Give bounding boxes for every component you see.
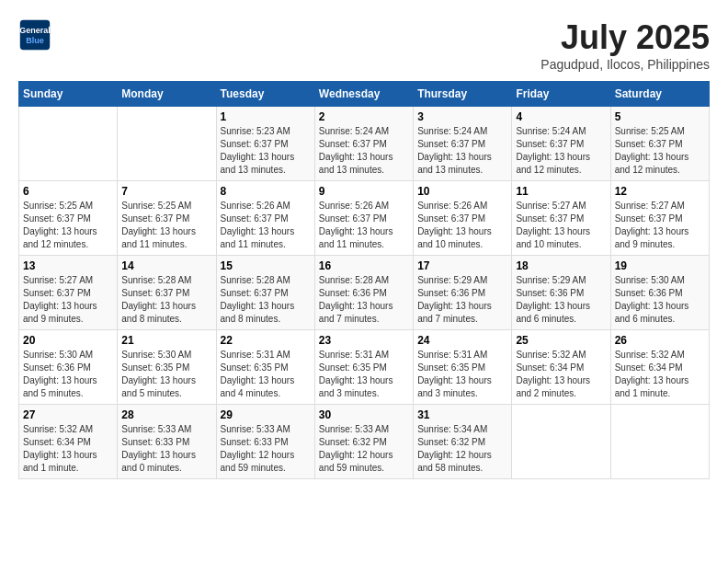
day-detail: Sunrise: 5:27 AM Sunset: 6:37 PM Dayligh… bbox=[23, 274, 113, 326]
day-detail: Sunrise: 5:27 AM Sunset: 6:37 PM Dayligh… bbox=[615, 200, 705, 251]
calendar-week-1: 1Sunrise: 5:23 AM Sunset: 6:37 PM Daylig… bbox=[19, 107, 710, 181]
day-detail: Sunrise: 5:26 AM Sunset: 6:37 PM Dayligh… bbox=[319, 200, 409, 251]
day-detail: Sunrise: 5:30 AM Sunset: 6:35 PM Dayligh… bbox=[121, 349, 211, 400]
calendar-cell: 31Sunrise: 5:34 AM Sunset: 6:32 PM Dayli… bbox=[414, 405, 512, 479]
calendar-cell: 12Sunrise: 5:27 AM Sunset: 6:37 PM Dayli… bbox=[610, 181, 709, 256]
day-number: 13 bbox=[23, 259, 113, 272]
day-number: 5 bbox=[615, 110, 705, 123]
day-number: 7 bbox=[121, 185, 211, 198]
day-detail: Sunrise: 5:29 AM Sunset: 6:36 PM Dayligh… bbox=[417, 274, 507, 326]
day-number: 19 bbox=[615, 259, 705, 272]
day-number: 11 bbox=[516, 185, 606, 198]
day-number: 16 bbox=[319, 259, 409, 272]
day-detail: Sunrise: 5:24 AM Sunset: 6:37 PM Dayligh… bbox=[417, 125, 507, 177]
calendar-cell: 24Sunrise: 5:31 AM Sunset: 6:35 PM Dayli… bbox=[414, 330, 512, 405]
day-number: 20 bbox=[23, 334, 113, 347]
header-tuesday: Tuesday bbox=[216, 82, 314, 107]
calendar-cell bbox=[19, 107, 118, 181]
day-number: 21 bbox=[121, 334, 211, 347]
day-number: 24 bbox=[417, 334, 507, 347]
day-number: 14 bbox=[121, 259, 211, 272]
calendar-cell bbox=[512, 405, 610, 479]
day-number: 17 bbox=[417, 259, 507, 272]
day-number: 8 bbox=[221, 185, 311, 198]
calendar-cell: 18Sunrise: 5:29 AM Sunset: 6:36 PM Dayli… bbox=[512, 256, 610, 330]
day-detail: Sunrise: 5:34 AM Sunset: 6:32 PM Dayligh… bbox=[417, 423, 507, 475]
day-detail: Sunrise: 5:24 AM Sunset: 6:37 PM Dayligh… bbox=[319, 125, 409, 177]
calendar-week-3: 13Sunrise: 5:27 AM Sunset: 6:37 PM Dayli… bbox=[19, 256, 710, 330]
calendar-cell: 22Sunrise: 5:31 AM Sunset: 6:35 PM Dayli… bbox=[216, 330, 314, 405]
calendar-cell: 11Sunrise: 5:27 AM Sunset: 6:37 PM Dayli… bbox=[512, 181, 610, 256]
header-saturday: Saturday bbox=[610, 82, 709, 107]
calendar-cell: 6Sunrise: 5:25 AM Sunset: 6:37 PM Daylig… bbox=[19, 181, 118, 256]
day-detail: Sunrise: 5:33 AM Sunset: 6:33 PM Dayligh… bbox=[221, 423, 311, 475]
calendar-cell: 29Sunrise: 5:33 AM Sunset: 6:33 PM Dayli… bbox=[216, 405, 314, 479]
day-detail: Sunrise: 5:23 AM Sunset: 6:37 PM Dayligh… bbox=[221, 125, 311, 177]
calendar-cell: 30Sunrise: 5:33 AM Sunset: 6:32 PM Dayli… bbox=[314, 405, 413, 479]
header-wednesday: Wednesday bbox=[314, 82, 413, 107]
calendar-week-2: 6Sunrise: 5:25 AM Sunset: 6:37 PM Daylig… bbox=[19, 181, 710, 256]
calendar-cell bbox=[118, 107, 216, 181]
day-number: 4 bbox=[516, 110, 606, 123]
day-detail: Sunrise: 5:26 AM Sunset: 6:37 PM Dayligh… bbox=[221, 200, 311, 251]
day-detail: Sunrise: 5:28 AM Sunset: 6:36 PM Dayligh… bbox=[319, 274, 409, 326]
day-detail: Sunrise: 5:30 AM Sunset: 6:36 PM Dayligh… bbox=[615, 274, 705, 326]
header-thursday: Thursday bbox=[414, 82, 512, 107]
header-friday: Friday bbox=[512, 82, 610, 107]
page-header: General Blue July 2025 Pagudpud, Ilocos,… bbox=[18, 18, 710, 72]
day-detail: Sunrise: 5:32 AM Sunset: 6:34 PM Dayligh… bbox=[23, 423, 113, 475]
day-number: 12 bbox=[615, 185, 705, 198]
logo: General Blue bbox=[18, 18, 51, 52]
day-detail: Sunrise: 5:29 AM Sunset: 6:36 PM Dayligh… bbox=[516, 274, 606, 326]
day-number: 27 bbox=[23, 408, 113, 421]
day-detail: Sunrise: 5:31 AM Sunset: 6:35 PM Dayligh… bbox=[417, 349, 507, 400]
calendar-week-4: 20Sunrise: 5:30 AM Sunset: 6:36 PM Dayli… bbox=[19, 330, 710, 405]
calendar-table: SundayMondayTuesdayWednesdayThursdayFrid… bbox=[18, 81, 710, 479]
month-title: July 2025 bbox=[540, 18, 710, 57]
day-number: 29 bbox=[221, 408, 311, 421]
day-number: 31 bbox=[417, 408, 507, 421]
calendar-cell: 13Sunrise: 5:27 AM Sunset: 6:37 PM Dayli… bbox=[19, 256, 118, 330]
calendar-header-row: SundayMondayTuesdayWednesdayThursdayFrid… bbox=[19, 82, 710, 107]
location: Pagudpud, Ilocos, Philippines bbox=[540, 57, 710, 72]
calendar-cell: 3Sunrise: 5:24 AM Sunset: 6:37 PM Daylig… bbox=[414, 107, 512, 181]
calendar-cell: 10Sunrise: 5:26 AM Sunset: 6:37 PM Dayli… bbox=[414, 181, 512, 256]
calendar-cell: 8Sunrise: 5:26 AM Sunset: 6:37 PM Daylig… bbox=[216, 181, 314, 256]
calendar-cell: 21Sunrise: 5:30 AM Sunset: 6:35 PM Dayli… bbox=[118, 330, 216, 405]
day-number: 2 bbox=[319, 110, 409, 123]
calendar-cell: 20Sunrise: 5:30 AM Sunset: 6:36 PM Dayli… bbox=[19, 330, 118, 405]
calendar-cell: 23Sunrise: 5:31 AM Sunset: 6:35 PM Dayli… bbox=[314, 330, 413, 405]
day-detail: Sunrise: 5:25 AM Sunset: 6:37 PM Dayligh… bbox=[23, 200, 113, 251]
day-number: 15 bbox=[221, 259, 311, 272]
day-number: 6 bbox=[23, 185, 113, 198]
day-detail: Sunrise: 5:26 AM Sunset: 6:37 PM Dayligh… bbox=[417, 200, 507, 251]
calendar-cell: 19Sunrise: 5:30 AM Sunset: 6:36 PM Dayli… bbox=[610, 256, 709, 330]
day-number: 3 bbox=[417, 110, 507, 123]
svg-text:General: General bbox=[19, 26, 51, 35]
svg-text:Blue: Blue bbox=[26, 36, 44, 45]
day-detail: Sunrise: 5:32 AM Sunset: 6:34 PM Dayligh… bbox=[516, 349, 606, 400]
calendar-cell: 7Sunrise: 5:25 AM Sunset: 6:37 PM Daylig… bbox=[118, 181, 216, 256]
calendar-cell: 25Sunrise: 5:32 AM Sunset: 6:34 PM Dayli… bbox=[512, 330, 610, 405]
calendar-cell: 5Sunrise: 5:25 AM Sunset: 6:37 PM Daylig… bbox=[610, 107, 709, 181]
day-detail: Sunrise: 5:28 AM Sunset: 6:37 PM Dayligh… bbox=[121, 274, 211, 326]
day-detail: Sunrise: 5:31 AM Sunset: 6:35 PM Dayligh… bbox=[221, 349, 311, 400]
day-number: 28 bbox=[121, 408, 211, 421]
calendar-cell: 16Sunrise: 5:28 AM Sunset: 6:36 PM Dayli… bbox=[314, 256, 413, 330]
calendar-cell: 15Sunrise: 5:28 AM Sunset: 6:37 PM Dayli… bbox=[216, 256, 314, 330]
day-number: 18 bbox=[516, 259, 606, 272]
header-monday: Monday bbox=[118, 82, 216, 107]
day-detail: Sunrise: 5:27 AM Sunset: 6:37 PM Dayligh… bbox=[516, 200, 606, 251]
calendar-cell: 14Sunrise: 5:28 AM Sunset: 6:37 PM Dayli… bbox=[118, 256, 216, 330]
day-number: 23 bbox=[319, 334, 409, 347]
calendar-week-5: 27Sunrise: 5:32 AM Sunset: 6:34 PM Dayli… bbox=[19, 405, 710, 479]
day-number: 1 bbox=[221, 110, 311, 123]
day-number: 25 bbox=[516, 334, 606, 347]
day-detail: Sunrise: 5:33 AM Sunset: 6:33 PM Dayligh… bbox=[121, 423, 211, 475]
title-block: July 2025 Pagudpud, Ilocos, Philippines bbox=[540, 18, 710, 72]
calendar-cell: 2Sunrise: 5:24 AM Sunset: 6:37 PM Daylig… bbox=[314, 107, 413, 181]
calendar-cell: 17Sunrise: 5:29 AM Sunset: 6:36 PM Dayli… bbox=[414, 256, 512, 330]
header-sunday: Sunday bbox=[19, 82, 118, 107]
day-detail: Sunrise: 5:28 AM Sunset: 6:37 PM Dayligh… bbox=[221, 274, 311, 326]
calendar-cell: 9Sunrise: 5:26 AM Sunset: 6:37 PM Daylig… bbox=[314, 181, 413, 256]
